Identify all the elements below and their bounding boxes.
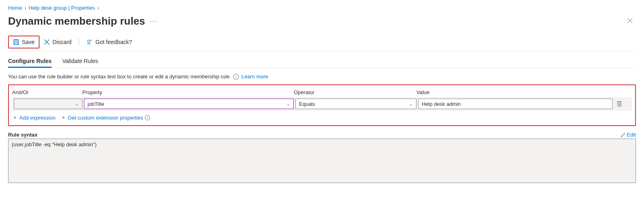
feedback-icon [86, 39, 93, 45]
learn-more-link[interactable]: Learn more [241, 74, 268, 80]
col-value: Value [416, 89, 614, 95]
value-text: Help desk admin [422, 101, 461, 107]
col-property: Property [82, 89, 292, 95]
property-value: jobTitle [88, 101, 104, 107]
operator-value: Equals [299, 101, 315, 107]
toolbar-separator [79, 38, 79, 46]
operator-dropdown[interactable]: Equals ⌄ [295, 99, 416, 109]
discard-icon [44, 39, 50, 45]
get-extension-properties-button[interactable]: ＋ Get custom extension properties i [61, 113, 150, 122]
discard-button[interactable]: Discard [40, 36, 75, 48]
rule-syntax-label: Rule syntax [8, 132, 38, 138]
rule-builder: And/Or Property Operator Value ⌄ jobTitl… [8, 84, 636, 126]
delete-row-button[interactable] [614, 99, 625, 109]
add-expression-button[interactable]: ＋ Add expression [12, 113, 56, 122]
chevron-down-icon: ⌄ [286, 101, 290, 107]
feedback-button[interactable]: Got feedback? [82, 36, 136, 48]
get-ext-label: Get custom extension properties [68, 115, 143, 121]
plus-icon: ＋ [61, 114, 66, 121]
chevron-down-icon: ⌄ [409, 101, 413, 107]
breadcrumb-home[interactable]: Home [8, 5, 22, 11]
page-title: Dynamic membership rules [8, 15, 145, 27]
chevron-down-icon: ⌄ [75, 101, 79, 107]
col-operator: Operator [294, 89, 415, 95]
save-label: Save [22, 39, 35, 45]
pencil-icon [621, 133, 625, 137]
breadcrumb: Home › Help desk group | Properties › [8, 5, 636, 11]
plus-icon: ＋ [12, 114, 18, 121]
svg-point-3 [88, 40, 90, 42]
rule-headers: And/Or Property Operator Value [12, 89, 632, 97]
trash-icon [617, 101, 622, 107]
rule-syntax-header: Rule syntax Edit [8, 132, 636, 138]
rule-syntax-textarea[interactable] [8, 139, 636, 183]
rule-row: ⌄ jobTitle ⌄ Equals ⌄ Help desk admin [12, 97, 632, 111]
chevron-right-icon: › [25, 5, 26, 11]
save-icon [13, 39, 19, 45]
command-bar: Save Discard Got feedback? [8, 36, 636, 51]
discard-label: Discard [52, 39, 71, 45]
breadcrumb-group-properties[interactable]: Help desk group | Properties [29, 5, 95, 11]
more-actions-icon[interactable]: ··· [150, 18, 158, 25]
chevron-right-icon: › [98, 5, 99, 11]
value-input[interactable]: Help desk admin [418, 99, 613, 109]
close-icon [627, 18, 633, 23]
info-icon[interactable]: i [145, 115, 150, 120]
feedback-label: Got feedback? [95, 39, 132, 45]
info-icon[interactable]: i [233, 74, 239, 80]
edit-label: Edit [627, 132, 636, 138]
tab-validate-rules[interactable]: Validate Rules [62, 56, 98, 67]
add-expression-label: Add expression [19, 115, 56, 121]
edit-syntax-button[interactable]: Edit [621, 132, 636, 138]
property-dropdown[interactable]: jobTitle ⌄ [84, 99, 294, 109]
col-andor: And/Or [12, 89, 81, 95]
svg-rect-1 [15, 40, 17, 41]
close-button[interactable] [624, 15, 636, 27]
help-text: You can use the rule builder or rule syn… [8, 74, 636, 80]
tab-configure-rules[interactable]: Configure Rules [8, 56, 52, 67]
help-text-content: You can use the rule builder or rule syn… [8, 74, 231, 80]
rule-actions-row: ＋ Add expression ＋ Get custom extension … [12, 113, 632, 122]
svg-rect-2 [15, 42, 18, 44]
tabs: Configure Rules Validate Rules [8, 56, 636, 68]
andor-dropdown[interactable]: ⌄ [14, 99, 82, 109]
save-button[interactable]: Save [9, 36, 39, 48]
title-row: Dynamic membership rules ··· [8, 15, 636, 27]
